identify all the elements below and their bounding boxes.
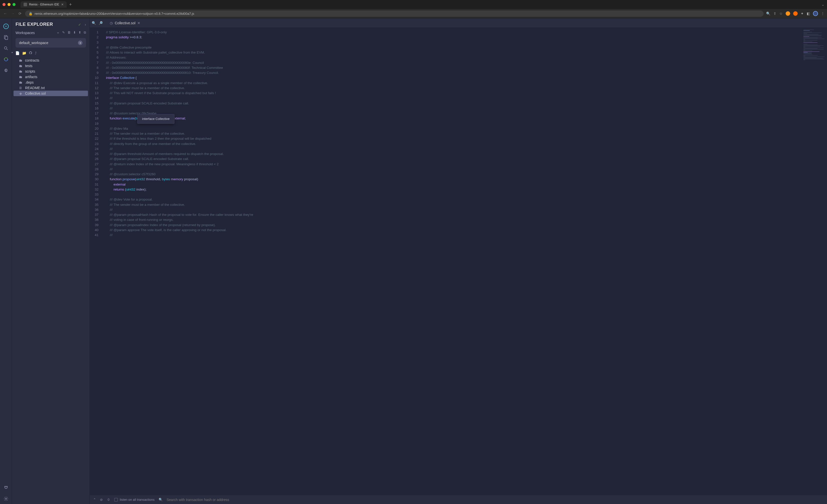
zoom-icon[interactable]: 🔍 bbox=[766, 11, 770, 15]
extension-icon-2[interactable] bbox=[793, 11, 798, 16]
code-line[interactable]: /// @param proposalIndex Index of the pr… bbox=[101, 223, 827, 228]
share-icon[interactable]: ⇪ bbox=[773, 11, 776, 15]
tab-close-icon[interactable]: ✕ bbox=[61, 3, 64, 6]
tab-overflow-icon[interactable]: ⌄ bbox=[822, 2, 825, 6]
terminal-expand-icon[interactable]: ⌃ bbox=[93, 498, 96, 502]
code-line[interactable]: /// @param approve The vote itself, is t… bbox=[101, 228, 827, 233]
code-line[interactable]: external bbox=[101, 182, 827, 187]
code-line[interactable]: /// Allows to interact with Substrate pa… bbox=[101, 50, 827, 55]
window-minimize-button[interactable] bbox=[7, 3, 10, 6]
close-tab-icon[interactable]: ✕ bbox=[137, 21, 140, 25]
rename-workspace-icon[interactable]: ✎ bbox=[62, 31, 65, 35]
download-workspace-icon[interactable]: ⬇ bbox=[73, 31, 76, 35]
terminal-clear-icon[interactable]: ⊘ bbox=[100, 498, 103, 502]
chevron-right-icon[interactable]: › bbox=[85, 22, 86, 26]
code-line[interactable]: /// - 0x00000000000000000000000000000000… bbox=[101, 60, 827, 65]
compiler-icon[interactable] bbox=[2, 55, 10, 63]
code-line[interactable] bbox=[101, 121, 827, 126]
code-line[interactable]: /// @param proposal SCALE-encoded Substr… bbox=[101, 157, 827, 162]
code-line[interactable]: /// @dev Vote for a proposal. bbox=[101, 197, 827, 202]
search-icon[interactable] bbox=[2, 44, 10, 52]
code-line[interactable]: /// @dev Execute a proposal as a single … bbox=[101, 80, 827, 86]
code-line[interactable]: /// bbox=[101, 233, 827, 238]
code-line[interactable]: /// bbox=[101, 106, 827, 111]
plugin-manager-icon[interactable] bbox=[2, 484, 10, 492]
deploy-icon[interactable] bbox=[2, 66, 10, 74]
editor-tab-collective[interactable]: ◷ Collective.sol ✕ bbox=[107, 19, 143, 26]
code-line[interactable] bbox=[101, 40, 827, 45]
code-line[interactable]: function propose(uint32 threshold, bytes… bbox=[101, 177, 827, 182]
sidebar-toggle-icon[interactable]: ◧ bbox=[807, 11, 810, 15]
code-line[interactable]: /// @param threshold Amount of members r… bbox=[101, 152, 827, 157]
code-line[interactable]: /// bbox=[101, 207, 827, 212]
terminal-search-icon[interactable]: 🔍 bbox=[159, 498, 163, 502]
code-line[interactable]: /// If the threshold is less than 2 then… bbox=[101, 136, 827, 141]
code-line[interactable]: /// @custom:selector 09c5eabe bbox=[101, 111, 827, 116]
browser-tab-remix[interactable]: Remix - Ethereum IDE ✕ bbox=[20, 1, 67, 8]
window-close-button[interactable] bbox=[2, 3, 5, 6]
tree-item-tests[interactable]: 🖿tests bbox=[13, 63, 88, 69]
check-icon[interactable]: ✓ bbox=[78, 22, 81, 26]
tree-item-README-txt[interactable]: 🗎README.txt bbox=[13, 85, 88, 91]
new-file-icon[interactable]: 📄 bbox=[15, 51, 19, 55]
tree-item-contracts[interactable]: 🖿contracts bbox=[13, 58, 88, 63]
bookmark-icon[interactable]: ☆ bbox=[779, 11, 783, 15]
browser-menu-icon[interactable]: ⋮ bbox=[821, 11, 825, 15]
code-line[interactable]: /// @param proposalHash Hash of the prop… bbox=[101, 212, 827, 217]
code-content[interactable]: // SPDX-License-Identifier: GPL-3.0-only… bbox=[101, 28, 827, 495]
code-line[interactable]: /// voting in case of front-running or r… bbox=[101, 217, 827, 222]
delete-workspace-icon[interactable]: 🗑 bbox=[67, 31, 71, 35]
new-folder-icon[interactable]: 📁 bbox=[22, 51, 26, 55]
code-line[interactable]: /// directly from the group of one membe… bbox=[101, 142, 827, 147]
nav-forward-button[interactable]: → bbox=[10, 10, 15, 16]
code-line[interactable]: /// bbox=[101, 167, 827, 172]
profile-avatar[interactable] bbox=[813, 11, 818, 16]
code-line[interactable]: /// @dev Ma bbox=[101, 126, 827, 131]
tree-item-artifacts[interactable]: 🖿artifacts bbox=[13, 74, 88, 79]
code-line[interactable]: /// @return index Index of the new propo… bbox=[101, 162, 827, 167]
code-line[interactable]: /// @param proposal SCALE-encoded Substr… bbox=[101, 101, 827, 106]
collapse-tree-icon[interactable]: ▾ bbox=[11, 51, 13, 55]
code-line[interactable]: // SPDX-License-Identifier: GPL-3.0-only bbox=[101, 30, 827, 35]
code-line[interactable]: /// bbox=[101, 147, 827, 152]
code-line[interactable]: function execute(bytes memory proposal) … bbox=[101, 116, 827, 121]
code-editor[interactable]: 1234567891011121314151617181920212223242… bbox=[90, 28, 827, 495]
tree-item-scripts[interactable]: 🖿scripts bbox=[13, 69, 88, 74]
code-line[interactable]: /// The sender must be a member of the c… bbox=[101, 131, 827, 136]
address-bar[interactable]: 🔒 remix.ethereum.org/#optimize=false&run… bbox=[25, 10, 764, 17]
github-icon[interactable] bbox=[29, 51, 32, 55]
create-workspace-icon[interactable]: ＋ bbox=[56, 31, 60, 35]
file-explorer-icon[interactable] bbox=[2, 33, 10, 41]
clone-workspace-icon[interactable]: ⧉ bbox=[84, 31, 86, 35]
settings-icon[interactable] bbox=[2, 495, 10, 503]
extension-icon-1[interactable] bbox=[786, 11, 790, 16]
tree-item-Collective-sol[interactable]: ◆Collective.sol bbox=[13, 91, 88, 96]
code-line[interactable]: /// This will NOT revert if the Substrat… bbox=[101, 91, 827, 96]
code-line[interactable]: /// - 0x00000000000000000000000000000000… bbox=[101, 65, 827, 70]
minimap[interactable] bbox=[802, 28, 827, 495]
code-line[interactable]: /// @custom:selector c57f3260 bbox=[101, 172, 827, 177]
workspace-selector[interactable]: default_workspace ▾ bbox=[15, 38, 86, 48]
code-line[interactable]: pragma solidity >=0.8.3; bbox=[101, 35, 827, 40]
window-maximize-button[interactable] bbox=[12, 3, 15, 6]
terminal-search-input[interactable] bbox=[167, 498, 824, 502]
code-line[interactable]: /// - 0x00000000000000000000000000000000… bbox=[101, 70, 827, 75]
zoom-in-icon[interactable]: 🔎 bbox=[98, 21, 103, 25]
zoom-out-icon[interactable]: 🔍 bbox=[92, 21, 96, 25]
code-line[interactable]: /// @title Collective precompile bbox=[101, 45, 827, 50]
code-line[interactable]: interface Collective { bbox=[101, 75, 827, 80]
listen-checkbox[interactable] bbox=[114, 498, 118, 502]
nav-reload-button[interactable]: ⟳ bbox=[17, 10, 22, 16]
code-line[interactable]: /// Addresses: bbox=[101, 55, 827, 60]
code-line[interactable]: /// The sender must be a member of the c… bbox=[101, 86, 827, 91]
code-line[interactable]: returns (uint32 index); bbox=[101, 187, 827, 192]
code-line[interactable]: /// The sender must be a member of the c… bbox=[101, 202, 827, 207]
remix-logo-icon[interactable] bbox=[2, 22, 10, 30]
extensions-icon[interactable]: ✦ bbox=[801, 11, 804, 15]
upload-file-icon[interactable]: ⤴ bbox=[35, 51, 37, 55]
nav-back-button[interactable]: ← bbox=[2, 10, 8, 16]
code-line[interactable] bbox=[101, 192, 827, 197]
tree-item--deps[interactable]: 🖿.deps bbox=[13, 79, 88, 85]
upload-workspace-icon[interactable]: ⬆ bbox=[79, 31, 81, 35]
code-line[interactable]: /// bbox=[101, 96, 827, 101]
